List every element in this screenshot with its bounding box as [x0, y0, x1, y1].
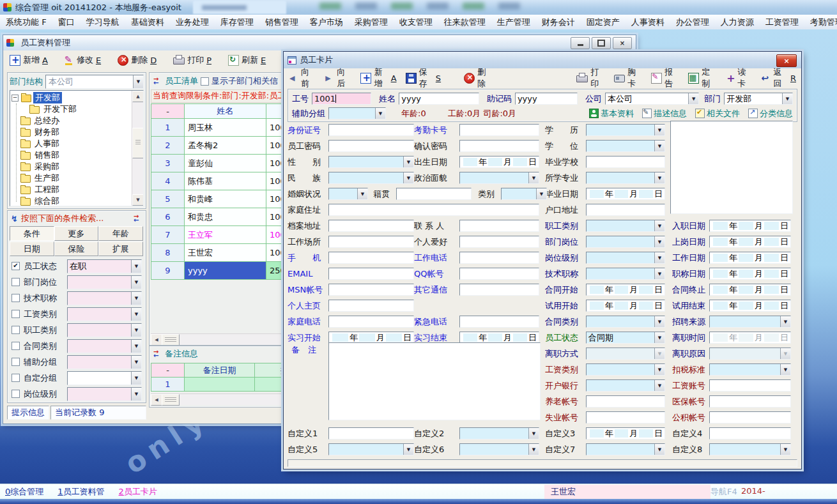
- filter-dropdown[interactable]: ▼: [67, 275, 142, 289]
- menu-item[interactable]: 人事资料: [626, 15, 670, 29]
- chevron-down-icon[interactable]: ▼: [403, 172, 413, 183]
- dropdown[interactable]: ▼: [586, 268, 665, 280]
- checkbox[interactable]: [12, 358, 20, 366]
- column-header[interactable]: 姓名: [185, 104, 266, 119]
- classification-link[interactable]: 分类信息: [748, 108, 793, 119]
- dropdown[interactable]: ▼: [586, 124, 665, 136]
- tree-item[interactable]: 生产部: [10, 172, 132, 184]
- dropdown[interactable]: ▼: [328, 156, 414, 168]
- 胸卡-button[interactable]: 胸卡: [614, 66, 642, 89]
- note-textarea[interactable]: [328, 342, 541, 420]
- chevron-down-icon[interactable]: ▼: [131, 260, 141, 273]
- date-input[interactable]: 年月日: [709, 220, 791, 232]
- 删除-button[interactable]: 删除: [464, 66, 492, 89]
- swap-arrows-icon[interactable]: →←: [153, 350, 162, 358]
- 打印-button[interactable]: 打印: [576, 66, 605, 89]
- chevron-down-icon[interactable]: ▼: [780, 348, 790, 359]
- date-input[interactable]: 年月日: [586, 427, 665, 439]
- mnemonic-input[interactable]: yyyy: [515, 93, 578, 105]
- filter-tab-条件[interactable]: 条件: [10, 226, 54, 241]
- collapse-icon[interactable]: −: [12, 95, 19, 102]
- dropdown[interactable]: ▼: [709, 443, 791, 455]
- menu-item[interactable]: 窗口: [52, 15, 81, 29]
- close-button[interactable]: ×: [776, 54, 797, 67]
- text-input[interactable]: [459, 316, 539, 328]
- column-header[interactable]: 操作人: [255, 363, 287, 378]
- description-link[interactable]: 描述信息: [642, 108, 687, 119]
- dropdown[interactable]: ▼: [328, 172, 414, 184]
- filter-dropdown[interactable]: 在职▼: [67, 259, 142, 273]
- chevron-down-icon[interactable]: ▼: [528, 444, 539, 455]
- table-row[interactable]: 1: [151, 378, 287, 392]
- text-input[interactable]: [586, 395, 665, 408]
- chevron-down-icon[interactable]: ▼: [131, 324, 141, 337]
- table-row[interactable]: 5和贵峰1006: [151, 190, 287, 208]
- text-input[interactable]: [709, 427, 791, 439]
- dropdown[interactable]: ▼: [709, 347, 791, 360]
- chevron-down-icon[interactable]: ▼: [131, 388, 141, 401]
- related-files-link[interactable]: 相关文件: [695, 108, 740, 119]
- checkbox[interactable]: [12, 278, 20, 286]
- checkbox[interactable]: ✔: [12, 262, 20, 270]
- nav-f4-label[interactable]: 导航F4: [710, 486, 737, 498]
- checkbox[interactable]: [12, 342, 20, 350]
- scrollbar-thumb[interactable]: [162, 394, 180, 406]
- scroll-left-icon[interactable]: ◀: [151, 394, 162, 406]
- filter-dropdown[interactable]: ▼: [67, 291, 142, 305]
- checkbox[interactable]: [12, 294, 20, 302]
- filter-dropdown[interactable]: ▼: [67, 323, 142, 337]
- filter-tab-保险[interactable]: 保险: [54, 241, 99, 256]
- chevron-down-icon[interactable]: ▼: [780, 444, 790, 455]
- dropdown[interactable]: ▼: [328, 443, 414, 455]
- table-row[interactable]: 9yyyy2506: [151, 262, 287, 280]
- aux-group-dropdown[interactable]: ▼: [328, 107, 386, 119]
- table-row[interactable]: 1周玉林1001: [151, 119, 287, 137]
- column-header[interactable]: -: [151, 363, 185, 378]
- taskbar-window-button[interactable]: 2员工卡片: [119, 486, 157, 498]
- taskbar-window-button[interactable]: 1员工资料管: [58, 486, 104, 498]
- 保存-button[interactable]: 保存S: [406, 66, 442, 89]
- text-input[interactable]: [586, 411, 665, 424]
- chevron-down-icon[interactable]: ▼: [780, 364, 790, 375]
- chevron-down-icon[interactable]: ▼: [528, 428, 539, 439]
- date-input[interactable]: 年月日: [586, 284, 665, 296]
- text-input[interactable]: [328, 268, 414, 280]
- column-header[interactable]: 备注日期: [185, 363, 255, 378]
- chevron-down-icon[interactable]: ▼: [131, 276, 141, 289]
- chevron-down-icon[interactable]: ▼: [782, 93, 792, 104]
- checkbox[interactable]: [12, 310, 20, 318]
- menu-item[interactable]: 业务处理: [170, 15, 215, 29]
- chevron-down-icon[interactable]: ▼: [654, 364, 664, 375]
- dropdown[interactable]: ▼: [586, 236, 665, 248]
- chevron-down-icon[interactable]: ▼: [131, 372, 141, 385]
- text-input[interactable]: [459, 284, 539, 296]
- tree-item[interactable]: 总经办: [10, 115, 132, 126]
- 返回-button[interactable]: 返回R: [762, 66, 796, 89]
- text-input[interactable]: [459, 268, 539, 280]
- swap-arrows-icon[interactable]: →←: [134, 215, 142, 222]
- text-input[interactable]: [709, 395, 791, 408]
- table-row[interactable]: 3童彭仙1004: [151, 155, 287, 172]
- chevron-down-icon[interactable]: ▼: [357, 188, 367, 199]
- menu-item[interactable]: 采购管理: [349, 15, 394, 29]
- employee-id-input[interactable]: 1001: [312, 93, 371, 105]
- table-row[interactable]: 6和贵忠1007: [151, 208, 287, 226]
- tree-item[interactable]: 综合部: [10, 195, 132, 206]
- dropdown[interactable]: ▼: [586, 443, 665, 455]
- chevron-down-icon[interactable]: ▼: [654, 348, 664, 359]
- text-input[interactable]: [328, 236, 414, 248]
- chevron-down-icon[interactable]: ▼: [654, 444, 664, 455]
- 删除-button[interactable]: 删除D: [118, 54, 157, 66]
- chevron-down-icon[interactable]: ▼: [654, 172, 664, 183]
- chevron-down-icon[interactable]: ▼: [131, 292, 141, 305]
- dropdown[interactable]: ▼: [586, 363, 665, 376]
- filter-tab-日期[interactable]: 日期: [10, 241, 54, 256]
- marital-dropdown[interactable]: ▼: [328, 188, 368, 200]
- dropdown[interactable]: 合同期▼: [586, 332, 665, 344]
- menu-item[interactable]: 考勤管理: [804, 15, 837, 29]
- text-input[interactable]: [328, 427, 414, 439]
- scroll-up-icon[interactable]: ▲: [132, 91, 144, 102]
- date-input[interactable]: 年月日: [709, 332, 791, 344]
- horizontal-scrollbar[interactable]: ◀: [151, 393, 285, 405]
- text-input[interactable]: [328, 284, 414, 296]
